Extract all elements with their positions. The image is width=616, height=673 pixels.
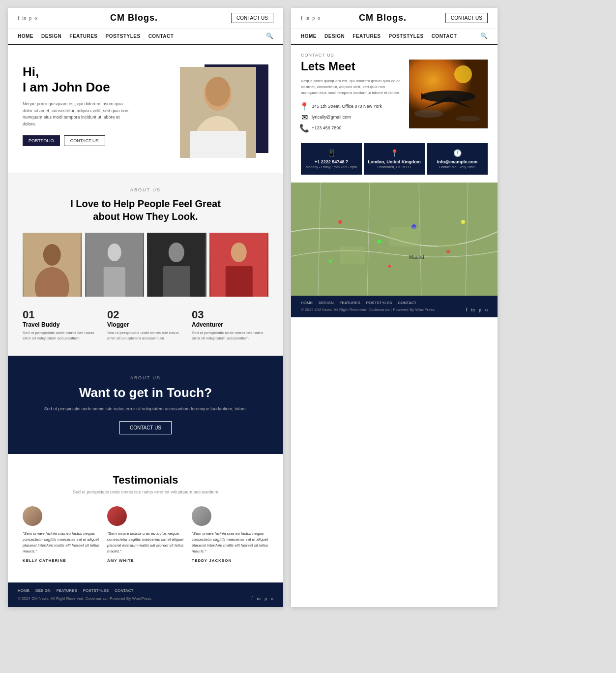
rf-instagram-icon[interactable]: o xyxy=(485,307,488,312)
email-icon: ✉ xyxy=(301,114,308,121)
feature-2: 02 Vlogger Sed ut perspiciatis unde omni… xyxy=(107,308,184,341)
svg-point-25 xyxy=(456,116,480,122)
feature-3-desc: Sed ut perspiciatis unde omnis iste natu… xyxy=(192,330,268,341)
linkedin-icon[interactable]: in xyxy=(22,15,26,21)
r-nav-poststyles[interactable]: POSTSTYLES xyxy=(389,33,424,39)
svg-rect-35 xyxy=(389,227,419,246)
rf-facebook-icon[interactable]: f xyxy=(466,307,467,312)
hero-greeting: Hi, I am John Doe xyxy=(23,64,180,95)
photo-1 xyxy=(23,233,82,297)
nav-home[interactable]: HOME xyxy=(18,33,33,39)
r-nav-features[interactable]: FEATURES xyxy=(352,33,381,39)
r-facebook-icon[interactable]: f xyxy=(301,15,302,21)
footer-pinterest-icon[interactable]: p xyxy=(264,596,267,601)
nav-poststyles[interactable]: POSTSTYLES xyxy=(106,33,141,39)
r-footer-contact[interactable]: CONTACT xyxy=(398,301,416,305)
r-instagram-icon[interactable]: o xyxy=(318,15,320,21)
r-footer-features[interactable]: FEATURES xyxy=(340,301,360,305)
email-text: lyrically@gmail.com xyxy=(312,115,351,120)
search-icon[interactable]: 🔍 xyxy=(266,32,273,40)
footer-instagram-icon[interactable]: o xyxy=(271,596,273,601)
feature-1-title: Travel Buddy xyxy=(23,321,99,328)
map-section[interactable]: Madrid xyxy=(291,183,498,296)
testimonial-3-name: TEDDY JACKSON xyxy=(192,558,268,563)
footer-bottom: © 2024 CM News. All Right Reserved. Code… xyxy=(18,596,273,601)
testimonial-3-avatar xyxy=(192,506,211,526)
photo-3 xyxy=(147,233,206,297)
about-heading: I Love to Help People Feel Great about H… xyxy=(23,197,268,223)
right-footer-nav: HOME DESIGN FEATURES POSTSTYLES CONTACT xyxy=(301,301,488,305)
left-header: f in p o CM Blogs. CONTACT US xyxy=(8,8,283,29)
r-linkedin-icon[interactable]: in xyxy=(305,15,309,21)
svg-rect-37 xyxy=(340,246,365,264)
rf-pinterest-icon[interactable]: p xyxy=(479,307,481,312)
footer-nav-contact[interactable]: CONTACT xyxy=(115,588,133,593)
info-card-1-sub: Monday - Friday From 7am - 5pm xyxy=(305,165,358,169)
svg-rect-16 xyxy=(225,266,252,297)
phone-text: +123 456 7890 xyxy=(312,125,341,130)
nav-design[interactable]: DESIGN xyxy=(41,33,61,39)
cta-button[interactable]: CONTACT US xyxy=(119,421,172,434)
r-search-icon[interactable]: 🔍 xyxy=(480,32,488,40)
feature-3-num: 03 xyxy=(192,308,204,321)
footer-facebook-icon[interactable]: f xyxy=(251,596,253,601)
feature-3: 03 Adventurer Sed ut perspiciatis unde o… xyxy=(192,308,268,341)
svg-point-23 xyxy=(454,65,472,83)
contact-phone: 📞 +123 456 7890 xyxy=(301,124,401,131)
right-nav: HOME DESIGN FEATURES POSTSTYLES CONTACT … xyxy=(291,29,498,45)
footer-nav-poststyles[interactable]: POSTSTYLES xyxy=(83,588,109,593)
testimonials-sub: Sed ut perspiciatis unde omnis iste natu… xyxy=(23,489,268,494)
footer-nav-design[interactable]: DESIGN xyxy=(35,588,51,593)
r-footer-home[interactable]: HOME xyxy=(301,301,313,305)
cta-label: ABOUT US xyxy=(23,375,268,380)
pinterest-icon[interactable]: p xyxy=(29,15,31,21)
r-nav-contact[interactable]: CONTACT xyxy=(432,33,457,39)
svg-rect-4 xyxy=(190,131,246,158)
photo-4 xyxy=(209,233,269,297)
facebook-icon[interactable]: f xyxy=(18,15,19,21)
left-contact-button[interactable]: CONTACT US xyxy=(231,13,273,23)
photo-grid xyxy=(23,233,268,297)
r-nav-design[interactable]: DESIGN xyxy=(324,33,345,39)
right-header: f in p o CM Blogs. CONTACT US xyxy=(291,8,498,29)
info-card-3: 🕐 Info@example.com Contact Me Every Time… xyxy=(427,143,488,175)
testimonial-3-text: "Sem ornare lacinia cras eu luctus neque… xyxy=(192,531,268,554)
right-footer: HOME DESIGN FEATURES POSTSTYLES CONTACT … xyxy=(291,296,498,317)
info-card-2-main: London, United Kingdom xyxy=(368,159,421,164)
footer-linkedin-icon[interactable]: in xyxy=(257,596,261,601)
svg-point-32 xyxy=(461,220,465,224)
hero-image-area xyxy=(180,64,268,158)
nav-contact[interactable]: CONTACT xyxy=(148,33,174,39)
footer-copyright: © 2024 CM News. All Right Reserved. Code… xyxy=(18,596,151,601)
phone-card-icon: 📱 xyxy=(305,149,358,157)
r-nav-home[interactable]: HOME xyxy=(301,33,317,39)
contact-email: ✉ lyrically@gmail.com xyxy=(301,114,401,121)
hero-contact-button[interactable]: CONTACT US xyxy=(64,135,105,146)
right-footer-bottom: © 2024 CM News. All Right Reserved. Code… xyxy=(301,307,488,312)
contact-address: 📍 345 1th Street, Office 870 New York xyxy=(301,103,401,110)
feature-1-desc: Sed ut perspiciatis unde omnis iste natu… xyxy=(23,330,99,341)
nav-features[interactable]: FEATURES xyxy=(69,33,97,39)
instagram-icon[interactable]: o xyxy=(34,15,37,21)
cta-heading: Want to get in Touch? xyxy=(23,385,268,400)
hero-body: Neque porro quisquam est, qui dolorem ip… xyxy=(23,101,131,127)
info-card-1-main: +1 2222 54748 7 xyxy=(305,159,358,164)
feature-3-title: Adventurer xyxy=(192,321,268,328)
right-contact-button[interactable]: CONTACT US xyxy=(445,13,488,23)
info-card-3-main: Info@example.com xyxy=(431,159,484,164)
info-card-2: 📍 London, United Kingdom Rosamaed, UK 91… xyxy=(364,143,425,175)
svg-point-15 xyxy=(231,243,246,262)
footer-nav-home[interactable]: HOME xyxy=(18,588,29,593)
footer-nav-features[interactable]: FEATURES xyxy=(57,588,77,593)
testimonial-1-avatar xyxy=(23,506,42,526)
r-footer-design[interactable]: DESIGN xyxy=(319,301,334,305)
portfolio-button[interactable]: PORTFOLIO xyxy=(23,135,60,146)
contact-heading: Lets Meet xyxy=(301,60,401,73)
photo-2 xyxy=(85,233,145,297)
rf-linkedin-icon[interactable]: in xyxy=(471,307,475,312)
address-text: 345 1th Street, Office 870 New York xyxy=(312,104,382,109)
contact-us-label: CONTACT US xyxy=(291,45,498,60)
r-pinterest-icon[interactable]: p xyxy=(312,15,315,21)
info-card-3-sub: Contact Me Every Time! xyxy=(431,165,484,169)
r-footer-poststyles[interactable]: POSTSTYLES xyxy=(366,301,392,305)
